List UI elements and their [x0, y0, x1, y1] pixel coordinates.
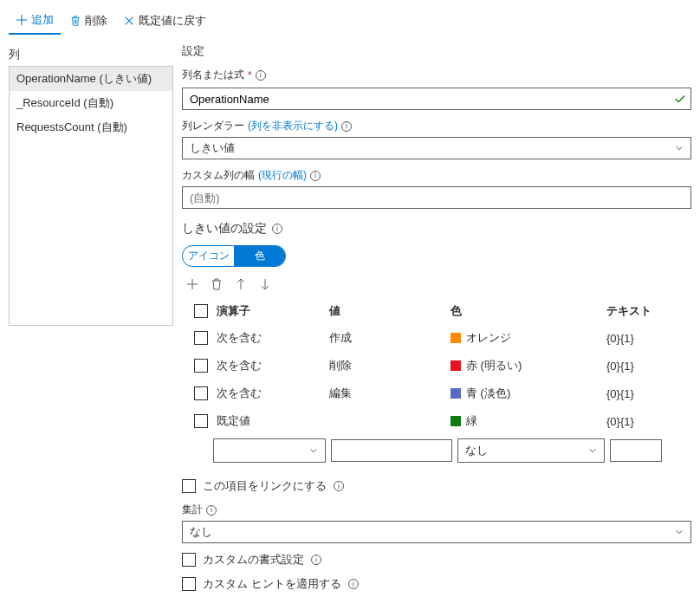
table-row[interactable]: 次を含む 作成 オレンジ {0}{1} — [182, 324, 691, 352]
new-color-select[interactable]: なし — [457, 438, 605, 463]
th-value-header: 値 — [329, 303, 450, 319]
info-icon[interactable]: i — [348, 579, 359, 589]
row-value: 作成 — [329, 330, 450, 346]
info-icon[interactable]: i — [310, 171, 321, 181]
new-operator-select[interactable] — [213, 438, 326, 463]
toggle-color-option[interactable]: 色 — [234, 246, 285, 266]
checkmark-icon — [674, 93, 686, 105]
add-label: 追加 — [31, 12, 54, 28]
row-operator: 次を含む — [217, 330, 329, 346]
color-swatch — [450, 360, 461, 371]
renderer-label: 列レンダラー — [182, 119, 244, 133]
chevron-down-icon — [675, 528, 684, 536]
width-label: カスタム列の幅 — [182, 168, 255, 183]
new-value-input[interactable] — [331, 439, 452, 462]
row-color-name: 緑 — [466, 413, 477, 429]
row-operator: 既定値 — [217, 413, 329, 429]
info-icon[interactable]: i — [206, 505, 217, 516]
th-text-header: テキスト — [606, 303, 658, 319]
table-row[interactable]: 次を含む 編集 青 (淡色) {0}{1} — [182, 380, 691, 407]
row-color-name: 青 (淡色) — [466, 386, 510, 401]
toggle-icon-option[interactable]: アイコン — [183, 246, 234, 266]
aggregation-value: なし — [190, 524, 212, 540]
row-color-name: 赤 (明るい) — [466, 358, 522, 373]
info-icon[interactable]: i — [311, 555, 321, 565]
row-value: 削除 — [329, 358, 450, 373]
top-toolbar: 追加 削除 既定値に戻す — [0, 0, 700, 35]
list-item[interactable]: _ResourceId (自動) — [10, 91, 172, 115]
current-width-link[interactable]: (現行の幅) — [258, 168, 307, 183]
move-up-icon[interactable] — [234, 277, 248, 291]
row-checkbox[interactable] — [194, 359, 208, 373]
columns-title: 列 — [9, 43, 173, 66]
icon-color-toggle: アイコン 色 — [182, 245, 286, 267]
column-exp-input[interactable] — [182, 88, 691, 110]
custom-format-checkbox[interactable] — [182, 553, 196, 567]
required-mark: * — [248, 69, 252, 81]
row-text: {0}{1} — [606, 387, 658, 400]
list-item[interactable]: OperationName (しきい値) — [10, 67, 172, 91]
row-checkbox[interactable] — [194, 386, 208, 400]
new-text-input[interactable] — [610, 439, 662, 462]
threshold-table: 演算子 値 色 テキスト 次を含む 作成 オレンジ {0}{1} 次を含む 削除… — [182, 298, 691, 470]
renderer-value: しきい値 — [190, 140, 235, 156]
custom-hint-checkbox[interactable] — [182, 577, 196, 591]
delete-button[interactable]: 削除 — [62, 8, 114, 34]
th-operator-header: 演算子 — [217, 303, 329, 319]
row-text: {0}{1} — [606, 415, 658, 428]
table-row[interactable]: 次を含む 削除 赤 (明るい) {0}{1} — [182, 352, 691, 380]
new-color-value: なし — [465, 443, 488, 458]
aggregation-select[interactable]: なし — [182, 521, 691, 543]
table-row[interactable]: 既定値 緑 {0}{1} — [182, 407, 691, 435]
threshold-title: しきい値の設定 — [182, 221, 267, 237]
row-text: {0}{1} — [606, 332, 658, 345]
select-all-checkbox[interactable] — [194, 304, 208, 318]
add-row-icon[interactable] — [185, 277, 199, 291]
plus-icon — [16, 14, 28, 26]
column-list: OperationName (しきい値) _ResourceId (自動) Re… — [9, 66, 173, 326]
chevron-down-icon — [675, 144, 684, 152]
add-button[interactable]: 追加 — [9, 7, 61, 35]
color-swatch — [450, 416, 461, 426]
aggregation-label: 集計 — [182, 503, 203, 517]
info-icon[interactable]: i — [341, 121, 352, 132]
custom-format-label: カスタムの書式設定 — [203, 552, 304, 568]
hide-column-link[interactable]: (列を非表示にする) — [248, 119, 338, 133]
width-input[interactable] — [182, 186, 691, 209]
row-color-name: オレンジ — [466, 330, 511, 346]
info-icon[interactable]: i — [272, 224, 282, 234]
chevron-down-icon — [309, 446, 318, 455]
link-item-label: この項目をリンクにする — [203, 478, 327, 494]
info-icon[interactable]: i — [334, 481, 344, 491]
column-exp-label: 列名または式 — [182, 68, 244, 82]
chevron-down-icon — [588, 446, 597, 455]
reset-label: 既定値に戻す — [139, 13, 206, 29]
list-item[interactable]: RequestsCount (自動) — [10, 115, 172, 140]
color-swatch — [450, 333, 461, 343]
color-swatch — [450, 388, 461, 399]
row-checkbox[interactable] — [194, 414, 208, 428]
row-operator: 次を含む — [217, 386, 329, 401]
renderer-select[interactable]: しきい値 — [182, 137, 691, 159]
delete-row-icon[interactable] — [210, 277, 224, 291]
link-item-checkbox[interactable] — [182, 479, 196, 493]
row-text: {0}{1} — [606, 360, 658, 373]
move-down-icon[interactable] — [258, 277, 272, 291]
close-icon — [123, 15, 135, 27]
row-value: 編集 — [329, 386, 450, 401]
reset-button[interactable]: 既定値に戻す — [116, 8, 213, 34]
th-color-header: 色 — [450, 303, 606, 319]
row-checkbox[interactable] — [194, 331, 208, 345]
row-operator: 次を含む — [217, 358, 329, 373]
info-icon[interactable]: i — [256, 70, 266, 81]
settings-title: 設定 — [182, 43, 691, 59]
trash-icon — [69, 15, 81, 27]
custom-hint-label: カスタム ヒントを適用する — [203, 576, 341, 592]
delete-label: 削除 — [85, 13, 107, 29]
